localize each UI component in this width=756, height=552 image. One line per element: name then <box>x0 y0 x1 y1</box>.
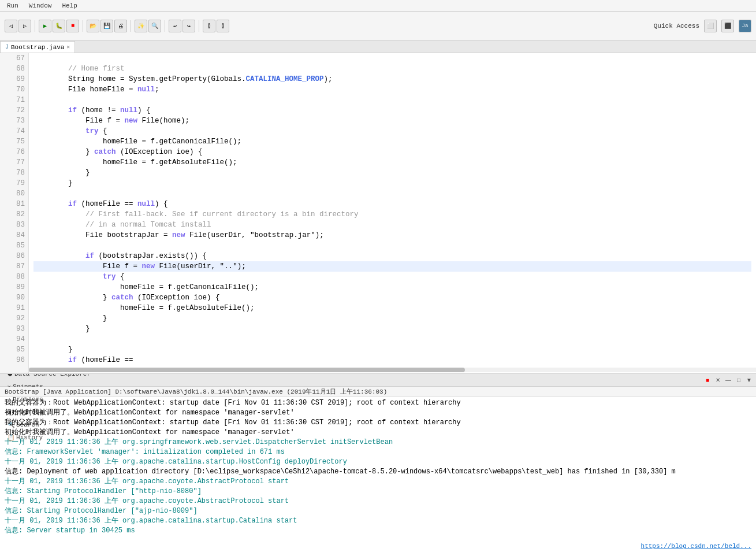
line-numbers: 6768697071727374757677787980818283848586… <box>0 53 29 373</box>
menu-help[interactable]: Help <box>57 1 81 10</box>
toolbar-back-btn[interactable]: ◁ <box>5 20 17 32</box>
console-line: 十一月 01, 2019 11:36:36 上午 org.springframe… <box>5 438 751 447</box>
console-line: 信息: Server startup in 30425 ms <box>5 526 751 536</box>
tab-close-btn[interactable]: ✕ <box>66 44 69 50</box>
tab-icon: J <box>5 44 9 50</box>
user-icon[interactable]: Ja <box>739 20 751 32</box>
quick-access-icon[interactable]: ⬜ <box>704 20 717 32</box>
console-line: 十一月 01, 2019 11:36:36 上午 org.apache.cata… <box>5 516 751 526</box>
toolbar-print-btn[interactable]: 🖨 <box>114 20 127 32</box>
console-line: 信息: FrameworkServlet 'manager': initiali… <box>5 447 751 457</box>
console-close-btn[interactable]: ✕ <box>713 376 723 385</box>
console-minimize-btn[interactable]: — <box>724 376 733 385</box>
menu-window[interactable]: Window <box>24 1 57 10</box>
toolbar-undo-btn[interactable]: ↩ <box>169 20 181 32</box>
console-line: 十一月 01, 2019 11:36:36 上午 org.apache.cata… <box>5 457 751 467</box>
console-line: 十一月 01, 2019 11:36:36 上午 org.apache.coyo… <box>5 497 751 506</box>
toolbar-forward-btn[interactable]: ▷ <box>18 20 31 32</box>
quick-access-label: Quick Access <box>654 23 699 29</box>
toolbar-open-btn[interactable]: 📂 <box>87 20 99 32</box>
toolbar-sep-5 <box>199 20 199 32</box>
toolbar-prev-btn[interactable]: ⟪ <box>217 20 229 32</box>
console-header: BootStrap [Java Application] D:\software… <box>0 387 756 397</box>
toolbar-new-btn[interactable]: ✨ <box>135 20 147 32</box>
console-line: 我的父容器为：Root WebApplicationContext: start… <box>5 418 751 428</box>
console-line: 初始化时我被调用了。WebApplicationContext for name… <box>5 428 751 438</box>
code-content[interactable]: // Home first String home = System.getPr… <box>29 53 756 373</box>
toolbar-run-btn[interactable]: ▶ <box>39 20 51 32</box>
toolbar-sep-4 <box>165 20 165 32</box>
console-line: 十一月 01, 2019 11:36:36 上午 org.apache.coyo… <box>5 477 751 487</box>
perspective-icon[interactable]: ⬛ <box>721 20 734 32</box>
toolbar-sep-3 <box>131 20 131 32</box>
tab-label: Bootstrap.java <box>11 44 64 51</box>
console-line: 信息: Starting ProtocolHandler ["http-nio-… <box>5 487 751 497</box>
toolbar-redo-btn[interactable]: ↪ <box>183 20 195 32</box>
toolbar-debug-btn[interactable]: 🐛 <box>53 20 65 32</box>
console-menu-btn[interactable]: ▼ <box>744 376 754 385</box>
toolbar-save-btn[interactable]: 💾 <box>100 20 113 32</box>
toolbar-next-btn[interactable]: ⟫ <box>203 20 215 32</box>
console-line: 信息: Starting ProtocolHandler ["ajp-nio-8… <box>5 506 751 516</box>
console-output: 我的父容器为：Root WebApplicationContext: start… <box>0 397 756 552</box>
menu-run[interactable]: Run <box>2 1 23 10</box>
bottom-tab-actions: ■ ✕ — □ ▼ <box>703 376 754 385</box>
toolbar-search-btn[interactable]: 🔍 <box>148 20 161 32</box>
watermark-link[interactable]: https://blog.csdn.net/beld... <box>641 543 751 550</box>
editor-tab-bootstrap[interactable]: J Bootstrap.java ✕ <box>0 41 75 53</box>
toolbar-sep-1 <box>35 20 35 32</box>
console-line: 信息: Deployment of web application direct… <box>5 467 751 477</box>
console-stop-btn[interactable]: ■ <box>703 376 712 385</box>
editor-scrollbar[interactable] <box>29 368 756 372</box>
toolbar-sep-2 <box>83 20 83 32</box>
console-maximize-btn[interactable]: □ <box>734 376 743 385</box>
console-line: 初始化时我被调用了。WebApplicationContext for name… <box>5 408 751 418</box>
scrollbar-thumb <box>29 368 465 372</box>
console-line: 我的父容器为：Root WebApplicationContext: start… <box>5 398 751 408</box>
toolbar-stop-btn[interactable]: ■ <box>66 20 79 32</box>
